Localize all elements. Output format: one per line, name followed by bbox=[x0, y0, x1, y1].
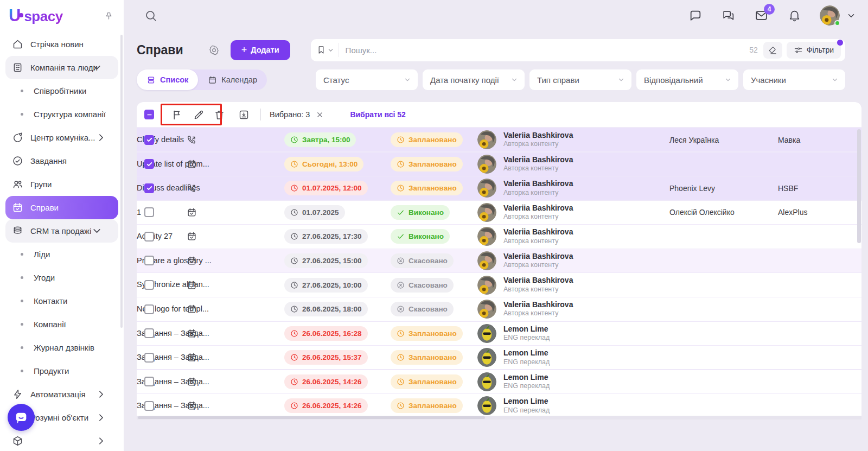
filters-button[interactable]: Фільтри bbox=[787, 42, 841, 59]
search-input[interactable] bbox=[339, 43, 744, 57]
sidebar-item-угоди[interactable]: Угоди bbox=[0, 266, 124, 289]
row-checkbox[interactable] bbox=[144, 256, 154, 265]
sidebar-item-crm-та-продажі[interactable]: CRM та продажі bbox=[5, 219, 118, 243]
sidebar-item-автоматизація[interactable]: Автоматизація bbox=[0, 383, 124, 406]
status-badge: Заплановано bbox=[391, 374, 463, 389]
table-row[interactable]: Synchronize all lan... 27.06.2025, 10:00… bbox=[137, 273, 861, 296]
table-row[interactable]: Clarify details Завтра, 15:00 Запланован… bbox=[137, 128, 861, 151]
clock-icon bbox=[290, 378, 298, 386]
filter-dropdown-2[interactable]: Дата початку події bbox=[423, 69, 525, 90]
row-checkbox[interactable] bbox=[144, 304, 154, 314]
row-checkbox[interactable] bbox=[144, 183, 154, 193]
table-row[interactable]: New logo for templ... 26.06.2025, 18:00 … bbox=[137, 297, 861, 321]
delete-trash-icon[interactable] bbox=[214, 109, 225, 120]
sidebar-item-partial[interactable] bbox=[0, 429, 124, 451]
table-row[interactable]: Завдання – Завда... 26.06.2025, 15:37 За… bbox=[137, 346, 861, 369]
row-checkbox[interactable] bbox=[144, 207, 154, 217]
sidebar-item-справи[interactable]: Справи bbox=[5, 196, 118, 219]
row-checkbox[interactable] bbox=[144, 401, 154, 411]
due-date-pill: Сьогодні, 13:00 bbox=[284, 157, 363, 171]
table-vertical-scrollbar[interactable] bbox=[857, 129, 861, 243]
chevron-right-icon bbox=[95, 412, 107, 423]
saved-search-dropdown[interactable] bbox=[316, 45, 339, 55]
feedback-chat-icon[interactable] bbox=[688, 9, 702, 22]
tab-list-view[interactable]: Список bbox=[137, 69, 198, 90]
export-download-icon[interactable] bbox=[238, 109, 250, 120]
table-row[interactable]: Завдання – Завда... 26.06.2025, 14:26 За… bbox=[137, 370, 861, 393]
sidebar-item-центр-комуніка-[interactable]: Центр комуніка... bbox=[0, 126, 124, 149]
table-row[interactable]: Завдання – Завда... 26.06.2025, 16:28 За… bbox=[137, 322, 861, 345]
responsible-role: Авторка контенту bbox=[503, 213, 573, 221]
table-row[interactable]: Activity 27 27.06.2025, 17:30 Виконано V… bbox=[137, 225, 861, 248]
responsible-role: Авторка контенту bbox=[503, 310, 573, 317]
tab-calendar-view[interactable]: Календар bbox=[198, 69, 267, 90]
table-horizontal-scrollbar[interactable] bbox=[137, 416, 861, 420]
notifications-bell-icon[interactable] bbox=[788, 9, 801, 22]
sidebar-item-групи[interactable]: Групи bbox=[0, 173, 124, 196]
comm-icon bbox=[12, 132, 23, 143]
due-date-text: 27.06.2025, 15:00 bbox=[302, 257, 362, 265]
due-date-text: 26.06.2025, 14:26 bbox=[302, 402, 362, 410]
company-name: AlexPlus bbox=[778, 201, 807, 224]
select-all-checkbox[interactable] bbox=[144, 110, 154, 119]
row-checkbox[interactable] bbox=[144, 159, 154, 169]
messenger-icon[interactable] bbox=[722, 9, 735, 22]
sidebar-item-компанія-та-люди[interactable]: Компанія та люди bbox=[5, 56, 118, 79]
edit-pencil-icon[interactable] bbox=[193, 109, 205, 120]
table-row[interactable]: Discuss deadlines 01.07.2025, 12:00 Запл… bbox=[137, 176, 861, 200]
due-date-pill: 01.07.2025 bbox=[284, 205, 345, 220]
add-button[interactable]: + Додати bbox=[231, 40, 290, 60]
table-row[interactable]: Update list of prom... Сьогодні, 13:00 З… bbox=[137, 153, 861, 176]
sidebar-item-контакти[interactable]: Контакти bbox=[0, 289, 124, 313]
mail-icon[interactable]: 4 bbox=[755, 9, 768, 22]
sidebar-item-завдання[interactable]: Завдання bbox=[0, 149, 124, 173]
row-checkbox[interactable] bbox=[144, 328, 154, 338]
settings-gear-icon[interactable] bbox=[208, 45, 220, 56]
filter-dropdown-label: Тип справи bbox=[537, 75, 579, 85]
bullet-icon bbox=[21, 90, 23, 92]
bullet-icon bbox=[21, 370, 23, 372]
select-all-link[interactable]: Вибрати всі 52 bbox=[350, 110, 405, 119]
row-checkbox[interactable] bbox=[144, 377, 154, 386]
bulk-actions-toolbar: Вибрано: 3 Вибрати всі 52 bbox=[137, 102, 861, 127]
row-checkbox[interactable] bbox=[144, 353, 154, 363]
pin-sidebar-icon[interactable] bbox=[104, 11, 114, 21]
responsible-name: Valeriia Bashkirova bbox=[503, 204, 573, 212]
due-date-text: Сьогодні, 13:00 bbox=[302, 160, 358, 168]
status-badge: Скасовано bbox=[391, 253, 454, 268]
row-checkbox[interactable] bbox=[144, 280, 154, 290]
sidebar-item-компанії[interactable]: Компанії bbox=[0, 313, 124, 336]
sidebar-scrollbar[interactable] bbox=[120, 35, 123, 328]
sidebar-item-label: Автоматизація bbox=[30, 390, 86, 399]
sidebar-item-структура-компанії[interactable]: Структура компанії bbox=[0, 103, 124, 126]
clear-selection-icon[interactable] bbox=[316, 111, 324, 119]
account-menu-chevron-icon[interactable] bbox=[846, 11, 856, 21]
global-search-icon[interactable] bbox=[144, 9, 157, 22]
table-row[interactable]: Завдання – Завда... 26.06.2025, 14:26 За… bbox=[137, 394, 861, 417]
calendar-check-icon bbox=[187, 280, 197, 290]
user-avatar[interactable] bbox=[820, 5, 840, 26]
groups-icon bbox=[12, 179, 23, 190]
row-checkbox[interactable] bbox=[144, 135, 154, 145]
sidebar-item-label: Продукти bbox=[34, 366, 69, 376]
sidebar-item-співробітники[interactable]: Співробітники bbox=[0, 79, 124, 103]
filter-dropdown-4[interactable]: Відповідальний bbox=[636, 69, 738, 90]
horizontal-scrollbar-thumb[interactable] bbox=[138, 416, 485, 419]
uspacy-logo[interactable]: U spacy bbox=[9, 7, 63, 25]
filter-dropdown-3[interactable]: Тип справи bbox=[529, 69, 631, 90]
sidebar-item-продукти[interactable]: Продукти bbox=[0, 359, 124, 383]
table-row[interactable]: Prepare a glossary ... 27.06.2025, 15:00… bbox=[137, 249, 861, 272]
filter-dropdown-1[interactable]: Статус bbox=[316, 69, 418, 90]
table-row[interactable]: 1 01.07.2025 Виконано Valeriia Bashkirov… bbox=[137, 201, 861, 224]
eraser-icon bbox=[768, 46, 777, 55]
sidebar-item-стрічка-новин[interactable]: Стрічка новин bbox=[0, 33, 124, 56]
clear-search-button[interactable] bbox=[763, 42, 782, 59]
status-text: Заплановано bbox=[409, 378, 457, 386]
row-checkbox[interactable] bbox=[144, 232, 154, 242]
support-chat-button[interactable] bbox=[8, 404, 35, 431]
sidebar-item-ліди[interactable]: Ліди bbox=[0, 243, 124, 266]
sidebar-item-журнал-дзвінків[interactable]: Журнал дзвінків bbox=[0, 336, 124, 359]
filter-dropdown-5[interactable]: Учасники bbox=[743, 69, 845, 90]
sidebar-nav: Стрічка новинКомпанія та людиСпівробітни… bbox=[0, 33, 124, 451]
flag-action-icon[interactable] bbox=[171, 109, 183, 120]
